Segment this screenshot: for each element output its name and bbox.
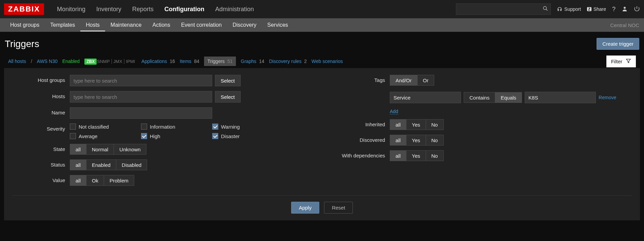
filter-actions: Apply Reset [12, 195, 632, 214]
withdeps-no[interactable]: No [426, 150, 444, 161]
user-icon [622, 6, 628, 13]
tag-op-segmented: Contains Equals [464, 92, 522, 103]
input-name[interactable] [70, 107, 212, 119]
severity-average[interactable]: Average [70, 133, 138, 139]
severity-not-classified[interactable]: Not classified [70, 124, 138, 130]
menu-monitoring[interactable]: Monitoring [52, 0, 91, 18]
reset-button[interactable]: Reset [324, 202, 353, 214]
label-state: State [12, 144, 70, 152]
value-ok[interactable]: Ok [86, 175, 104, 186]
tag-eval-or[interactable]: Or [418, 75, 435, 86]
tab-graphs[interactable]: Graphs 14 [241, 59, 264, 64]
input-hosts[interactable] [70, 91, 212, 103]
value-problem[interactable]: Problem [104, 175, 134, 186]
subnav-services[interactable]: Services [262, 19, 293, 31]
state-normal[interactable]: Normal [86, 144, 114, 155]
user-profile[interactable] [622, 6, 628, 13]
menu-configuration[interactable]: Configuration [159, 0, 210, 18]
severity-information[interactable]: Information [141, 124, 209, 130]
menu-inventory[interactable]: Inventory [91, 0, 127, 18]
tag-op-contains[interactable]: Contains [464, 92, 495, 103]
severity-disaster[interactable]: Disaster [212, 133, 280, 139]
select-host-groups-button[interactable]: Select [215, 75, 241, 86]
withdeps-yes[interactable]: Yes [406, 150, 426, 161]
tab-items[interactable]: Items 84 [180, 59, 199, 64]
inherited-no[interactable]: No [426, 119, 444, 130]
menu-administration[interactable]: Administration [210, 0, 259, 18]
server-name: Central NOC [610, 22, 639, 28]
tag-op-equals[interactable]: Equals [495, 92, 522, 103]
support-label: Support [564, 6, 581, 12]
create-trigger-button[interactable]: Create trigger [597, 38, 639, 50]
tag-eval-andor[interactable]: And/Or [390, 75, 418, 86]
zbx-chip: ZBX [84, 59, 97, 65]
input-host-groups[interactable] [70, 75, 212, 86]
tab-triggers[interactable]: Triggers 51 [204, 57, 236, 66]
tag-remove-link[interactable]: Remove [599, 95, 616, 100]
inherited-all[interactable]: all [390, 119, 406, 130]
severity-disaster-label: Disaster [221, 133, 240, 139]
discovered-yes[interactable]: Yes [406, 135, 426, 146]
main-menu: Monitoring Inventory Reports Configurati… [52, 0, 259, 18]
tab-applications[interactable]: Applications 16 [141, 59, 175, 64]
discovered-all[interactable]: all [390, 135, 406, 146]
severity-warning[interactable]: Warning [212, 124, 280, 130]
tab-web-scenarios[interactable]: Web scenarios [311, 59, 343, 64]
state-unknown[interactable]: Unknown [114, 144, 146, 155]
status-enabled[interactable]: Enabled [86, 159, 116, 170]
tab-discovery-rules-label: Discovery rules [269, 59, 302, 64]
logout[interactable] [634, 6, 640, 13]
label-with-deps: With dependencies [332, 150, 390, 158]
brand-logo[interactable]: ZABBIX [4, 3, 44, 15]
select-hosts-button[interactable]: Select [215, 91, 241, 103]
filter-toggle[interactable]: Filter [606, 56, 636, 67]
state-all[interactable]: all [70, 144, 86, 155]
subnav-hosts[interactable]: Hosts [80, 19, 105, 31]
subnav-templates[interactable]: Templates [45, 19, 80, 31]
withdeps-all[interactable]: all [390, 150, 406, 161]
checkbox-icon [70, 124, 76, 130]
discovered-no[interactable]: No [426, 135, 444, 146]
tab-graphs-label: Graphs [241, 59, 256, 64]
filter-right-col: Tags And/Or Or Contains Equals Remove [332, 75, 632, 191]
topbar-right: Support Z Share ? [456, 3, 640, 15]
tag-eval-segmented: And/Or Or [390, 75, 434, 86]
label-host-groups: Host groups [12, 75, 70, 83]
inherited-yes[interactable]: Yes [406, 119, 426, 130]
severity-high[interactable]: High [141, 133, 209, 139]
apply-button[interactable]: Apply [291, 202, 320, 214]
severity-information-label: Information [150, 124, 175, 130]
breadcrumb-host[interactable]: AWS N30 [37, 59, 58, 64]
page-title: Triggers [5, 39, 39, 49]
subnav-actions[interactable]: Actions [147, 19, 176, 31]
tag-value-input[interactable] [525, 92, 596, 103]
host-nav-row: All hosts / AWS N30 Enabled ZBX SNMPJMXI… [0, 54, 644, 68]
search-input[interactable] [456, 3, 551, 15]
label-status: Status [12, 159, 70, 168]
breadcrumb-sep: / [31, 59, 32, 64]
help-link[interactable]: ? [612, 6, 616, 13]
status-all[interactable]: all [70, 159, 86, 170]
chip-snmp: SNMP [95, 59, 112, 64]
share-label: Share [593, 6, 606, 12]
status-disabled[interactable]: Disabled [116, 159, 147, 170]
tag-row: Contains Equals Remove [390, 92, 616, 103]
share-link[interactable]: Z Share [587, 6, 606, 12]
checkbox-icon [70, 133, 76, 139]
subnav-discovery[interactable]: Discovery [227, 19, 262, 31]
top-nav: ZABBIX Monitoring Inventory Reports Conf… [0, 0, 644, 18]
value-all[interactable]: all [70, 175, 86, 186]
tag-name-input[interactable] [390, 92, 461, 103]
power-icon [634, 6, 640, 13]
sub-nav: Host groups Templates Hosts Maintenance … [0, 18, 644, 32]
breadcrumb-all-hosts[interactable]: All hosts [8, 59, 26, 64]
label-inherited: Inherited [332, 119, 390, 127]
menu-reports[interactable]: Reports [127, 0, 159, 18]
support-link[interactable]: Support [557, 6, 581, 12]
subnav-maintenance[interactable]: Maintenance [105, 19, 147, 31]
tab-discovery-rules[interactable]: Discovery rules 2 [269, 59, 307, 64]
subnav-host-groups[interactable]: Host groups [5, 19, 45, 31]
value-segmented: all Ok Problem [70, 175, 134, 186]
tab-items-label: Items [180, 59, 191, 64]
tag-add-link[interactable]: Add [390, 109, 398, 114]
